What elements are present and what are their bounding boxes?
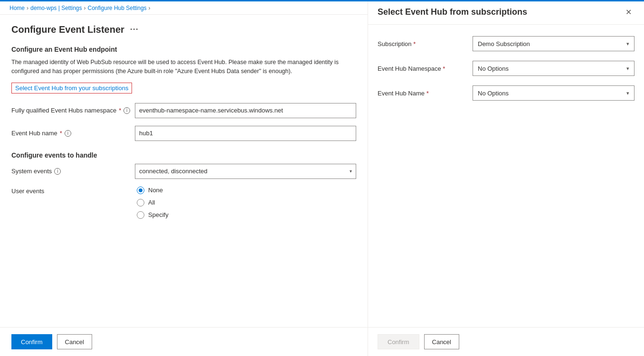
right-footer: Confirm Cancel — [368, 327, 644, 356]
namespace-label: Fully qualified Event Hubs namespace * i — [11, 107, 135, 114]
system-events-label: System events i — [11, 168, 135, 175]
right-namespace-value: No Options — [478, 65, 509, 72]
right-hub-name-label: Event Hub Name * — [378, 90, 473, 97]
right-panel-title: Select Event Hub from subscriptions — [378, 7, 527, 17]
user-events-radio-group: None All Specify — [137, 187, 169, 219]
namespace-required: * — [119, 107, 121, 114]
namespace-info-icon[interactable]: i — [123, 107, 130, 114]
endpoint-description: The managed identity of Web PubSub resou… — [11, 58, 353, 76]
hub-name-input[interactable] — [135, 126, 356, 141]
close-button[interactable]: ✕ — [623, 7, 635, 18]
left-confirm-button[interactable]: Confirm — [11, 334, 52, 349]
right-cancel-button[interactable]: Cancel — [424, 334, 459, 349]
radio-all-option[interactable]: All — [137, 199, 169, 206]
right-panel-header: Select Event Hub from subscriptions ✕ — [368, 0, 644, 25]
subscription-chevron-icon: ▾ — [626, 41, 629, 47]
radio-specify-option[interactable]: Specify — [137, 211, 169, 219]
right-namespace-required: * — [443, 65, 445, 72]
radio-all-circle[interactable] — [137, 199, 144, 206]
hub-name-chevron-icon: ▾ — [626, 90, 629, 96]
system-events-info-icon[interactable]: i — [54, 168, 61, 175]
system-events-select[interactable]: connected, disconnected ▾ — [135, 164, 356, 179]
radio-none-label: None — [148, 187, 163, 194]
system-events-row: System events i connected, disconnected … — [11, 164, 356, 179]
hub-name-label: Event Hub name * i — [11, 130, 135, 137]
breadcrumb-home[interactable]: Home — [9, 5, 25, 11]
right-namespace-row: Event Hub Namespace * No Options ▾ — [378, 61, 635, 76]
subscription-required: * — [413, 40, 416, 47]
hub-name-required: * — [60, 130, 62, 137]
subscription-select[interactable]: Demo Subscription ▾ — [473, 36, 635, 51]
breadcrumb-sep2: › — [84, 5, 86, 11]
system-events-value: connected, disconnected — [139, 168, 208, 175]
breadcrumb-sep3: › — [149, 5, 151, 11]
namespace-row: Fully qualified Event Hubs namespace * i — [11, 103, 356, 118]
namespace-input[interactable] — [135, 103, 356, 118]
right-hub-name-value: No Options — [478, 90, 509, 97]
hub-name-row: Event Hub name * i — [11, 126, 356, 141]
right-hub-name-select[interactable]: No Options ▾ — [473, 85, 635, 101]
chevron-down-icon: ▾ — [350, 169, 352, 174]
subscription-label: Subscription * — [378, 40, 473, 47]
radio-specify-circle[interactable] — [137, 211, 144, 219]
select-event-hub-link[interactable]: Select Event Hub from your subscriptions — [11, 83, 132, 94]
subscription-value: Demo Subscription — [478, 40, 530, 47]
breadcrumb-configure[interactable]: Configure Hub Settings — [88, 5, 147, 11]
radio-specify-label: Specify — [148, 211, 169, 218]
breadcrumb: Home › demo-wps | Settings › Configure H… — [0, 0, 368, 15]
left-footer: Confirm Cancel — [0, 327, 368, 356]
right-confirm-button[interactable]: Confirm — [378, 334, 419, 349]
right-namespace-select[interactable]: No Options ▾ — [473, 61, 635, 76]
radio-all-label: All — [148, 199, 155, 206]
user-events-label: User events — [11, 187, 135, 195]
section-events-title: Configure events to handle — [11, 151, 356, 159]
namespace-chevron-icon: ▾ — [626, 66, 629, 72]
breadcrumb-settings[interactable]: demo-wps | Settings — [30, 5, 82, 11]
user-events-row: User events None All Specify — [11, 187, 356, 219]
right-hub-name-required: * — [426, 90, 429, 97]
right-namespace-label: Event Hub Namespace * — [378, 65, 473, 72]
subscription-row: Subscription * Demo Subscription ▾ — [378, 36, 635, 51]
section-endpoint-title: Configure an Event Hub endpoint — [11, 46, 356, 53]
left-cancel-button[interactable]: Cancel — [57, 334, 92, 349]
right-hub-name-row: Event Hub Name * No Options ▾ — [378, 85, 635, 101]
ellipsis-button[interactable]: ··· — [128, 25, 141, 35]
breadcrumb-sep1: › — [27, 5, 28, 11]
radio-none-circle[interactable] — [137, 187, 144, 194]
hub-name-info-icon[interactable]: i — [65, 130, 71, 137]
radio-none-option[interactable]: None — [137, 187, 169, 194]
page-title: Configure Event Listener — [11, 24, 124, 35]
